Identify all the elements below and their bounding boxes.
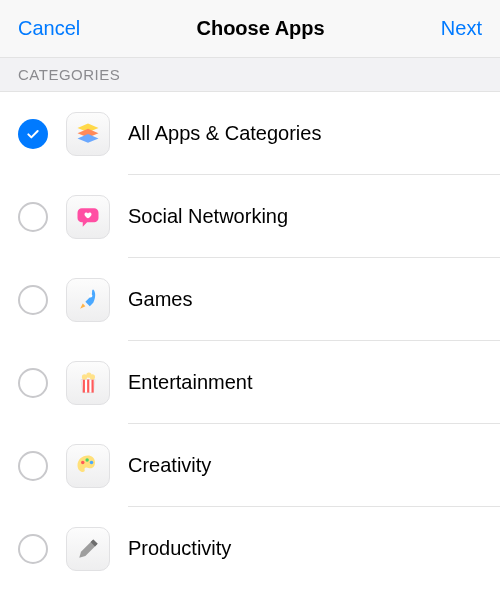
- rocket-icon: [66, 278, 110, 322]
- category-row-games[interactable]: Games: [0, 258, 500, 341]
- section-header-categories: CATEGORIES: [0, 58, 500, 92]
- next-button[interactable]: Next: [441, 17, 482, 40]
- palette-icon: [66, 444, 110, 488]
- category-row-creativity[interactable]: Creativity: [0, 424, 500, 507]
- category-row-entertainment[interactable]: Entertainment: [0, 341, 500, 424]
- svg-rect-1: [83, 379, 85, 392]
- radio-unselected[interactable]: [18, 202, 48, 232]
- radio-unselected[interactable]: [18, 534, 48, 564]
- chat-heart-icon: [66, 195, 110, 239]
- pen-icon: [66, 527, 110, 571]
- category-row-productivity[interactable]: Productivity: [0, 507, 500, 590]
- stack-icon: [66, 112, 110, 156]
- category-label: Social Networking: [128, 205, 288, 228]
- category-row-all[interactable]: All Apps & Categories: [0, 92, 500, 175]
- svg-point-9: [90, 460, 94, 464]
- category-label: Entertainment: [128, 371, 253, 394]
- nav-bar: Cancel Choose Apps Next: [0, 0, 500, 58]
- category-label: Productivity: [128, 537, 231, 560]
- svg-rect-3: [92, 379, 94, 392]
- svg-point-8: [85, 458, 89, 462]
- category-label: Creativity: [128, 454, 211, 477]
- category-label: Games: [128, 288, 192, 311]
- svg-point-0: [89, 293, 93, 297]
- radio-unselected[interactable]: [18, 368, 48, 398]
- category-row-social[interactable]: Social Networking: [0, 175, 500, 258]
- radio-selected[interactable]: [18, 119, 48, 149]
- radio-unselected[interactable]: [18, 451, 48, 481]
- page-title: Choose Apps: [196, 17, 324, 40]
- svg-point-6: [90, 374, 95, 379]
- checkmark-icon: [25, 126, 41, 142]
- radio-unselected[interactable]: [18, 285, 48, 315]
- cancel-button[interactable]: Cancel: [18, 17, 80, 40]
- category-label: All Apps & Categories: [128, 122, 321, 145]
- svg-rect-2: [87, 379, 89, 392]
- svg-point-7: [81, 460, 85, 464]
- popcorn-icon: [66, 361, 110, 405]
- category-list: All Apps & Categories Social Networking …: [0, 92, 500, 590]
